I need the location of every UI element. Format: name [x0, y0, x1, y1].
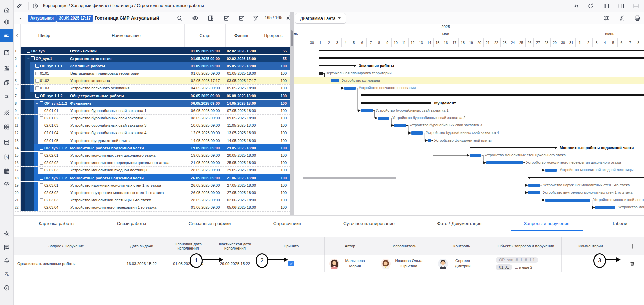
sidebar-item-calendar[interactable]: [0, 165, 13, 177]
wbs-row[interactable]: 1702.02.03Устройство монолитной входной …: [13, 167, 290, 174]
tab-item[interactable]: Карточка работы: [32, 217, 81, 230]
wbs-row[interactable]: 1502.02.01Устройство монолитных стен цок…: [13, 152, 290, 159]
gantt-links-icon[interactable]: [617, 14, 626, 23]
accepted-checkbox[interactable]: [288, 261, 294, 266]
gantt-summary-bar[interactable]: [319, 65, 356, 66]
sidebar-item-translate[interactable]: 文A: [0, 268, 13, 280]
collapse-caret-icon[interactable]: [16, 14, 25, 23]
row-checkbox[interactable]: [40, 153, 43, 157]
expander-minus[interactable]: −: [35, 101, 39, 106]
layout-bottom-icon[interactable]: [632, 2, 640, 10]
sidebar-item-copy[interactable]: [0, 77, 13, 89]
row-checkbox[interactable]: [40, 101, 43, 105]
wbs-row[interactable]: 2−OP_syn.1Строительство отеля01.05.2025 …: [13, 55, 290, 62]
requests-column-header[interactable]: Плановая дата исполнения: [164, 237, 212, 255]
wbs-row[interactable]: 8−OP_syn.1.1.2Фундамент06.05.2025 09:001…: [13, 100, 290, 107]
sidebar-item-bell[interactable]: [0, 255, 13, 267]
gantt-task-bar[interactable]: [528, 184, 540, 187]
sync-icon[interactable]: [572, 2, 581, 10]
expander-minus[interactable]: −: [35, 176, 39, 180]
gantt-task-bar[interactable]: [486, 161, 523, 164]
wbs-row[interactable]: 2002.03.02Устройство внутренних монолитн…: [13, 189, 290, 196]
gantt-task-bar[interactable]: [411, 131, 423, 135]
wbs-column-header[interactable]: Финиш: [226, 24, 257, 47]
row-checkbox[interactable]: [35, 86, 39, 90]
sidebar-item-grid[interactable]: [0, 121, 13, 133]
wbs-row[interactable]: 1002.01.02Устройство буронабивных свай з…: [13, 115, 290, 122]
delete-trash-icon[interactable]: [629, 261, 635, 267]
tab-item[interactable]: Связи работы: [110, 217, 153, 230]
expander-minus[interactable]: −: [35, 146, 39, 150]
requests-column-header[interactable]: Дата выдачи: [119, 237, 164, 255]
tab-item[interactable]: Фото / Документация: [430, 217, 488, 230]
gantt-task-bar[interactable]: [319, 72, 322, 75]
wbs-row[interactable]: 14−OP_syn.1.1.2Монолитные работы подземн…: [13, 144, 290, 152]
sidebar-item-info[interactable]: [0, 282, 13, 294]
sidebar-item-brightness[interactable]: [0, 228, 13, 240]
collapse-table-chevron-icon[interactable]: [15, 33, 20, 38]
refresh-icon[interactable]: [586, 2, 595, 10]
row-checkbox[interactable]: [40, 161, 43, 165]
wbs-row[interactable]: 401.01Вертикальная планировка территории…: [13, 70, 290, 77]
requests-column-header[interactable]: Объекты запросов и поручений: [490, 237, 562, 255]
wbs-row[interactable]: 7−OP_syn.1.1.2Общестроительные работы06.…: [13, 92, 290, 100]
gantt-task-bar[interactable]: [378, 117, 389, 120]
gantt-baseline-bar[interactable]: [303, 177, 396, 179]
expander-minus[interactable]: −: [27, 56, 30, 61]
tab-item[interactable]: Табели: [605, 217, 634, 230]
wbs-row[interactable]: 3−OP_syn.1.1.1Земляные работы01.05.2025 …: [13, 62, 290, 70]
requests-column-header[interactable]: Исполнитель: [376, 237, 433, 255]
print-icon[interactable]: [633, 14, 642, 23]
filter-icon[interactable]: [251, 14, 260, 23]
sidebar-item-home[interactable]: [0, 4, 13, 16]
gantt-task-bar[interactable]: [394, 124, 406, 127]
clear-selection-checkbox-icon[interactable]: [237, 14, 246, 23]
requests-column-header[interactable]: Принято: [258, 237, 325, 255]
expander-minus[interactable]: −: [31, 64, 34, 68]
wbs-row[interactable]: 2202.03.04Устройство монолитного перекры…: [13, 204, 290, 212]
sidebar-item-wbs-list[interactable]: [0, 29, 13, 42]
gantt-settings-sliders-icon[interactable]: [602, 14, 611, 23]
gantt-summary-bar[interactable]: [361, 94, 644, 96]
layout-center-icon[interactable]: [617, 2, 626, 10]
history-clock-icon[interactable]: [31, 2, 40, 10]
row-checkbox[interactable]: [27, 49, 30, 53]
wbs-row[interactable]: 1902.03.01Устройство наружных монолитных…: [13, 182, 290, 189]
gantt-summary-bar[interactable]: [361, 102, 431, 104]
wbs-row[interactable]: 2102.03.03Устройство монолитной лестницы…: [13, 196, 290, 204]
gantt-task-bar[interactable]: [595, 206, 615, 209]
requests-column-header[interactable]: Запрос / Поручение: [13, 237, 119, 255]
splitter-thumb[interactable]: [291, 30, 293, 46]
row-checkbox[interactable]: [40, 198, 43, 202]
sidebar-item-board[interactable]: [0, 47, 13, 59]
object-pill-1[interactable]: OP_syn~#~1~#~1.1: [496, 257, 538, 263]
wbs-column-header[interactable]: Шифр: [21, 24, 68, 47]
row-checkbox[interactable]: [35, 79, 39, 83]
row-checkbox[interactable]: [40, 183, 43, 187]
gantt-summary-bar[interactable]: [470, 147, 557, 148]
object-pill-2[interactable]: 01.01: [496, 264, 512, 270]
requests-column-header[interactable]: Комментарий: [562, 237, 620, 255]
row-checkbox[interactable]: [35, 72, 39, 75]
row-checkbox[interactable]: [40, 109, 43, 112]
requests-column-header[interactable]: Автор: [325, 237, 376, 255]
select-all-checkbox-icon[interactable]: [222, 14, 231, 23]
row-checkbox[interactable]: [40, 139, 43, 142]
sidebar-item-globe[interactable]: [0, 16, 13, 28]
row-checkbox[interactable]: [40, 176, 43, 180]
row-checkbox[interactable]: [40, 146, 43, 150]
gantt-task-bar[interactable]: [545, 169, 557, 172]
row-checkbox[interactable]: [35, 94, 39, 98]
requests-column-header[interactable]: Фактическая дата исполнения: [212, 237, 258, 255]
tab-item[interactable]: Связанные графики: [182, 217, 238, 230]
gantt-task-bar[interactable]: [470, 154, 481, 157]
edit-pencil-icon[interactable]: [15, 2, 24, 10]
sidebar-item-eye[interactable]: [0, 178, 13, 190]
sidebar-item-hatch[interactable]: [0, 107, 13, 119]
eye-icon[interactable]: [191, 14, 200, 23]
gantt-summary-bar[interactable]: [528, 177, 644, 178]
sidebar-item-chart[interactable]: [0, 62, 13, 74]
expander-minus[interactable]: −: [22, 49, 26, 53]
gantt-task-bar[interactable]: [331, 79, 339, 82]
wbs-column-header[interactable]: Наименование: [68, 24, 185, 47]
